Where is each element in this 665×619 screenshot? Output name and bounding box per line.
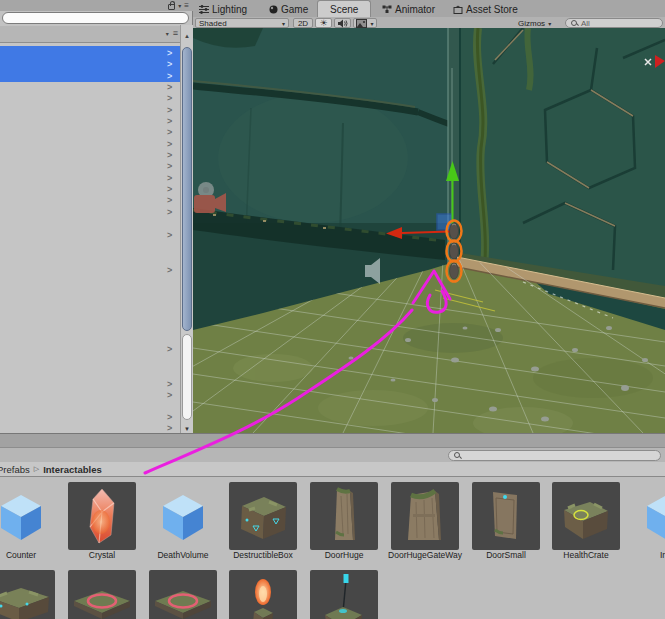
hierarchy-search-field[interactable] xyxy=(2,12,189,24)
expand-arrow-icon[interactable]: > xyxy=(167,106,177,115)
menu-icon[interactable]: ≡ xyxy=(173,28,178,38)
shading-mode-dropdown[interactable]: Shaded ▾ xyxy=(195,18,289,28)
gizmos-label: Gizmos xyxy=(518,19,545,28)
asset-item-rock-antenna[interactable] xyxy=(310,570,378,619)
expand-arrow-icon[interactable]: > xyxy=(167,424,177,433)
expand-arrow-icon[interactable]: > xyxy=(167,391,177,400)
scene-effects-dropdown[interactable]: ▾ xyxy=(353,18,377,28)
asset-item-DoorHuge[interactable]: DoorHuge xyxy=(310,482,378,550)
scene-audio-toggle-button[interactable] xyxy=(334,18,351,28)
asset-label: DoorHuge xyxy=(299,550,389,560)
scene-lighting-toggle-button[interactable]: ☀ xyxy=(315,18,332,28)
caret-down-icon: ▾ xyxy=(548,20,551,27)
asset-thumbnail xyxy=(0,482,55,550)
breadcrumb-current[interactable]: Interactables xyxy=(43,464,102,475)
asset-thumbnail xyxy=(229,482,297,550)
tab-lighting[interactable]: Lighting xyxy=(199,2,247,16)
scroll-up-icon[interactable]: ▲ xyxy=(181,33,193,39)
tab-asset-store[interactable]: Asset Store xyxy=(453,2,518,16)
image-icon xyxy=(356,19,367,28)
panel-divider[interactable] xyxy=(0,433,665,447)
hierarchy-selected-rows[interactable] xyxy=(0,46,180,82)
asset-item-platform-circle[interactable] xyxy=(68,570,136,619)
expand-arrow-icon[interactable]: > xyxy=(167,117,177,126)
caret-down-icon: ▾ xyxy=(370,20,373,27)
expand-arrow-icon[interactable]: > xyxy=(167,208,177,217)
asset-item-DoorHugeGateWay[interactable]: DoorHugeGateWay xyxy=(391,482,459,550)
asset-item-HealthCrate[interactable]: HealthCrate xyxy=(552,482,620,550)
expand-arrow-icon[interactable]: > xyxy=(167,266,177,275)
tab-game[interactable]: Game xyxy=(269,2,308,16)
asset-label: Crystal xyxy=(57,550,147,560)
sliders-icon xyxy=(199,4,209,14)
tab-label: Lighting xyxy=(212,4,247,15)
asset-label: Info xyxy=(622,550,665,560)
expand-arrow-icon[interactable]: > xyxy=(167,60,177,69)
scrollbar-thumb[interactable] xyxy=(182,47,192,331)
unity-game-icon xyxy=(269,5,278,14)
tab-scene[interactable]: Scene xyxy=(317,0,371,17)
expand-arrow-icon[interactable]: > xyxy=(167,162,177,171)
expand-arrow-icon[interactable]: > xyxy=(167,231,177,240)
scene-search-field[interactable]: All xyxy=(565,18,663,28)
project-search-field[interactable] xyxy=(448,450,661,461)
tab-label: Scene xyxy=(330,4,358,15)
hierarchy-list[interactable]: >>>>>>>>>>>>>>>>>>>>>> xyxy=(0,43,180,433)
asset-thumbnail xyxy=(68,482,136,550)
project-toolbar xyxy=(0,447,665,462)
asset-label: HealthCrate xyxy=(541,550,631,560)
asset-store-icon xyxy=(453,4,463,14)
tab-label: Game xyxy=(281,4,308,15)
scrollbar-track[interactable] xyxy=(182,334,192,420)
tab-animator[interactable]: Animator xyxy=(382,2,435,16)
asset-item-crate-lying[interactable] xyxy=(0,570,55,619)
expand-arrow-icon[interactable]: > xyxy=(167,49,177,58)
menu-icon[interactable]: ≡ xyxy=(184,1,189,10)
sun-icon: ☀ xyxy=(319,18,327,28)
2d-label: 2D xyxy=(298,19,308,28)
hierarchy-toolbar: ▾ ≡ xyxy=(0,26,193,43)
asset-item-DestructibleBox[interactable]: DestructibleBox xyxy=(229,482,297,550)
asset-thumbnail xyxy=(391,482,459,550)
asset-item-pedestal-flame[interactable] xyxy=(229,570,297,619)
project-asset-grid[interactable]: CounterCrystalDeathVolumeDestructibleBox… xyxy=(0,477,665,619)
expand-arrow-icon[interactable]: > xyxy=(167,128,177,137)
2d-toggle-button[interactable]: 2D xyxy=(293,18,313,28)
expand-arrow-icon[interactable]: > xyxy=(167,196,177,205)
hierarchy-search-input[interactable] xyxy=(11,13,181,23)
asset-thumbnail xyxy=(229,570,297,619)
scroll-down-icon[interactable]: ▼ xyxy=(181,426,193,432)
expand-arrow-icon[interactable]: > xyxy=(167,174,177,183)
asset-item-DeathVolume[interactable]: DeathVolume xyxy=(149,482,217,550)
expand-arrow-icon[interactable]: > xyxy=(167,413,177,422)
expand-arrow-icon[interactable]: > xyxy=(167,72,177,81)
gizmos-dropdown[interactable]: Gizmos ▾ xyxy=(518,18,562,28)
expand-arrow-icon[interactable]: > xyxy=(167,380,177,389)
caret-down-icon[interactable]: ▾ xyxy=(178,2,181,9)
expand-arrow-icon[interactable]: > xyxy=(167,140,177,149)
asset-thumbnail xyxy=(552,482,620,550)
asset-item-Crystal[interactable]: Crystal xyxy=(68,482,136,550)
expand-arrow-icon[interactable]: > xyxy=(167,83,177,92)
hierarchy-panel-header: ▾ ≡ xyxy=(0,0,193,11)
scene-viewport[interactable] xyxy=(193,28,665,433)
expand-arrow-icon[interactable]: > xyxy=(167,345,177,354)
animator-icon xyxy=(382,4,392,14)
tab-label: Animator xyxy=(395,4,435,15)
asset-item-Info[interactable]: Info xyxy=(633,482,665,550)
project-search-input[interactable] xyxy=(464,451,655,460)
caret-down-icon[interactable]: ▾ xyxy=(166,30,169,37)
asset-label: DestructibleBox xyxy=(218,550,308,560)
asset-item-DoorSmall[interactable]: DoorSmall xyxy=(472,482,540,550)
expand-arrow-icon[interactable]: > xyxy=(167,185,177,194)
asset-item-platform-circle[interactable] xyxy=(149,570,217,619)
asset-thumbnail xyxy=(633,482,665,550)
asset-thumbnail xyxy=(0,570,55,619)
asset-item-Counter[interactable]: Counter xyxy=(0,482,55,550)
asset-thumbnail xyxy=(310,482,378,550)
breadcrumb-root[interactable]: Prefabs xyxy=(0,464,30,475)
hierarchy-scrollbar[interactable]: ▲ ▼ xyxy=(180,25,193,433)
expand-arrow-icon[interactable]: > xyxy=(167,151,177,160)
expand-arrow-icon[interactable]: > xyxy=(167,94,177,103)
lock-icon[interactable] xyxy=(168,4,175,10)
